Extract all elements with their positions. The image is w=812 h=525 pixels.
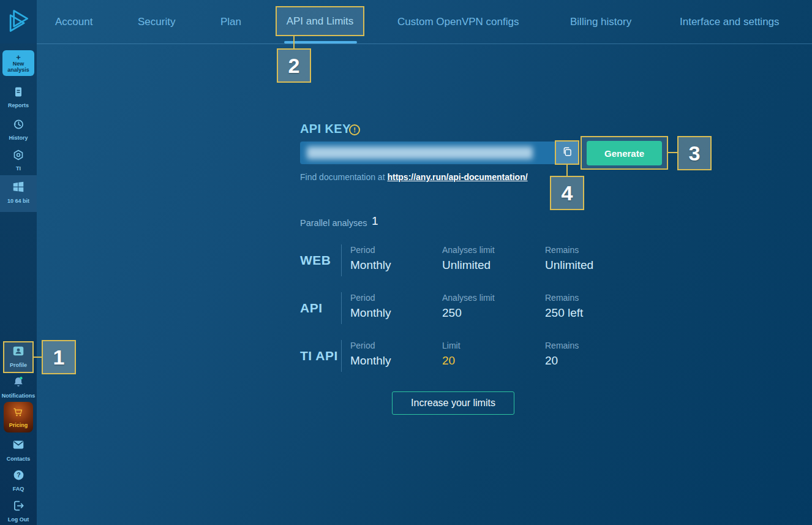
limits-row-web: WEB PeriodMonthly Analyses limitUnlimite…	[300, 243, 643, 278]
parallel-analyses-value: 1	[372, 214, 378, 228]
callout-2-connector	[293, 36, 295, 50]
remains-value: 250 left	[545, 306, 583, 320]
plus-icon: +	[16, 54, 21, 61]
callout-step-2: 2	[277, 48, 311, 83]
period-label: Period	[350, 341, 391, 350]
threat-intelligence-icon	[12, 149, 24, 164]
tab-interface-settings[interactable]: Interface and settings	[680, 0, 780, 43]
period-label: Period	[350, 245, 391, 255]
tab-openvpn-configs[interactable]: Custom OpenVPN configs	[397, 0, 519, 43]
remains-label: Remains	[545, 245, 593, 255]
limit-label: Limit	[442, 341, 461, 350]
tab-plan[interactable]: Plan	[220, 0, 241, 43]
contacts-label: Contacts	[7, 456, 31, 462]
period-value: Monthly	[350, 354, 391, 368]
faq-label: FAQ	[13, 486, 24, 492]
question-mark-icon: ?	[12, 469, 25, 484]
svg-text:?: ?	[17, 471, 20, 478]
active-tab-underline	[284, 41, 357, 43]
api-documentation-link[interactable]: https://any.run/api-documentation/	[387, 172, 527, 182]
profile-highlight-box	[3, 341, 34, 373]
row-name: API	[300, 291, 323, 325]
callout-step-4: 4	[550, 176, 584, 210]
sidebar-item-history[interactable]: History	[0, 118, 37, 141]
api-key-input[interactable]	[300, 142, 579, 164]
documentation-prefix: Find documentation at	[300, 172, 385, 182]
windows-icon	[12, 180, 25, 196]
envelope-icon	[12, 438, 25, 454]
new-analysis-label: New analysis	[4, 61, 32, 73]
nav-bottom-border	[37, 43, 812, 44]
cart-icon	[12, 406, 24, 421]
generate-button[interactable]: Generate	[587, 141, 662, 165]
ti-label: TI	[16, 165, 21, 172]
period-label: Period	[350, 293, 391, 303]
remains-label: Remains	[545, 341, 579, 350]
period-value: Monthly	[350, 306, 391, 320]
sidebar-item-reports[interactable]: Reports	[0, 86, 37, 108]
remains-value: Unlimited	[545, 259, 593, 272]
increase-limits-button[interactable]: Increase your limits	[392, 391, 514, 415]
sidebar-item-vm[interactable]: 10 64 bit	[0, 180, 37, 204]
remains-label: Remains	[545, 293, 583, 303]
reports-icon	[12, 86, 24, 100]
limits-row-api: API PeriodMonthly Analyses limit250 Rema…	[300, 291, 643, 325]
anyrun-logo-icon	[5, 7, 32, 37]
sidebar-item-contacts[interactable]: Contacts	[0, 438, 37, 462]
row-name: TI API	[300, 339, 338, 373]
anyrun-logo[interactable]	[0, 0, 37, 43]
sidebar-item-logout[interactable]: Log Out	[0, 499, 37, 523]
row-name: WEB	[300, 243, 331, 278]
callout-3-connector	[668, 152, 677, 153]
history-icon	[12, 118, 24, 133]
logout-icon	[12, 499, 25, 515]
remains-value: 20	[545, 354, 579, 368]
logout-label: Log Out	[8, 516, 29, 523]
callout-4-connector	[566, 165, 568, 176]
limit-value: 250	[442, 306, 495, 320]
limit-value: Unlimited	[442, 259, 495, 272]
tab-api-and-limits-label: API and Limits	[287, 15, 354, 28]
vm-label: 10 64 bit	[7, 198, 29, 204]
tab-account[interactable]: Account	[55, 0, 92, 43]
notifications-bell-icon	[12, 375, 25, 391]
tab-api-and-limits[interactable]: API and Limits	[276, 6, 364, 36]
sidebar-item-notifications[interactable]: Notifications	[0, 375, 37, 399]
parallel-analyses-label: Parallel analyses	[300, 218, 367, 228]
info-icon[interactable]: !	[349, 124, 360, 135]
limits-row-ti-api: TI API PeriodMonthly Limit20 Remains20	[300, 339, 643, 373]
reports-label: Reports	[8, 102, 29, 108]
row-divider	[341, 340, 342, 372]
callout-step-3: 3	[677, 136, 712, 170]
limit-value: 20	[442, 354, 461, 368]
copy-api-key-button[interactable]	[555, 140, 579, 165]
tab-security[interactable]: Security	[138, 0, 175, 43]
sidebar-item-faq[interactable]: ? FAQ	[0, 469, 37, 492]
sidebar-item-pricing[interactable]: Pricing	[4, 402, 33, 432]
notifications-label: Notifications	[2, 393, 36, 399]
profile-screen: Account Security Plan API and Limits Cus…	[0, 0, 812, 525]
sidebar-item-ti[interactable]: TI	[0, 149, 37, 172]
documentation-line: Find documentation at https://any.run/ap…	[300, 172, 528, 182]
pricing-label: Pricing	[9, 422, 28, 428]
callout-1-connector	[34, 357, 42, 358]
sidebar: + New analysis Reports History TI	[0, 0, 37, 525]
copy-icon	[562, 146, 573, 160]
tab-billing-history[interactable]: Billing history	[570, 0, 631, 43]
api-key-title: API KEY	[300, 122, 351, 136]
callout-step-1: 1	[42, 340, 76, 374]
period-value: Monthly	[350, 259, 391, 272]
limit-label: Analyses limit	[442, 245, 495, 255]
api-key-value-redacted	[307, 146, 533, 159]
limit-label: Analyses limit	[442, 293, 495, 303]
row-divider	[341, 292, 342, 324]
new-analysis-button[interactable]: + New analysis	[2, 50, 34, 76]
history-label: History	[9, 135, 28, 141]
row-divider	[341, 244, 342, 276]
